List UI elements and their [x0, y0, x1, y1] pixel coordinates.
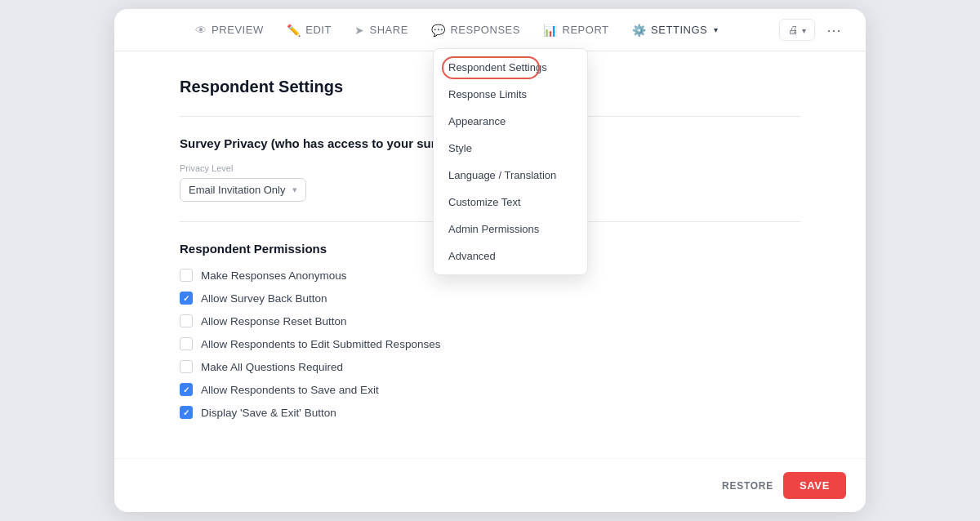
dropdown-label-language: Language / Translation — [448, 169, 556, 181]
dropdown-item-admin-permissions[interactable]: Admin Permissions — [434, 216, 587, 243]
dropdown-item-respondent-settings[interactable]: Respondent Settings — [434, 54, 587, 81]
nav-item-edit[interactable]: ✏️ EDIT — [277, 17, 341, 43]
dropdown-item-style[interactable]: Style — [434, 135, 587, 162]
permission-item-save-exit: Allow Respondents to Save and Exit — [180, 383, 800, 396]
print-button[interactable]: 🖨 ▾ — [779, 19, 815, 41]
nav-item-preview[interactable]: 👁 PREVIEW — [185, 17, 274, 43]
permission-item-required: Make All Questions Required — [180, 360, 800, 373]
nav-items: 👁 PREVIEW ✏️ EDIT ➤ SHARE 💬 RESPONSES 📊 … — [134, 17, 779, 43]
nav-item-settings[interactable]: ⚙️ SETTINGS ▾ — [622, 17, 728, 43]
nav-label-settings: SETTINGS — [651, 24, 707, 36]
dropdown-label-customize-text: Customize Text — [448, 196, 521, 208]
edit-icon: ✏️ — [287, 24, 301, 37]
checkbox-edit-submitted[interactable] — [180, 337, 193, 350]
dropdown-label-response-limits: Response Limits — [448, 88, 527, 100]
nav-right: 🖨 ▾ ⋯ — [779, 18, 846, 42]
dropdown-label-admin-permissions: Admin Permissions — [448, 223, 539, 235]
nav-label-preview: PREVIEW — [212, 24, 264, 36]
privacy-select-caret-icon: ▾ — [292, 185, 297, 195]
checkbox-required[interactable] — [180, 360, 193, 373]
nav-item-responses[interactable]: 💬 RESPONSES — [421, 17, 530, 43]
permission-label-required: Make All Questions Required — [201, 361, 343, 373]
save-button[interactable]: SAVE — [783, 472, 846, 499]
dropdown-label-respondent-settings: Respondent Settings — [448, 61, 547, 73]
permission-item-reset-button: Allow Response Reset Button — [180, 314, 800, 327]
permission-label-back-button: Allow Survey Back Button — [201, 292, 327, 305]
preview-icon: 👁 — [195, 24, 207, 37]
permission-label-display-save-exit: Display 'Save & Exit' Button — [201, 407, 336, 419]
share-icon: ➤ — [354, 24, 365, 37]
permission-item-display-save-exit: Display 'Save & Exit' Button — [180, 406, 800, 419]
permission-label-anonymous: Make Responses Anonymous — [201, 269, 347, 282]
dropdown-label-appearance: Appearance — [448, 115, 506, 127]
nav-label-responses: RESPONSES — [450, 24, 520, 36]
dropdown-label-advanced: Advanced — [448, 250, 496, 262]
permission-label-save-exit: Allow Respondents to Save and Exit — [201, 384, 379, 396]
nav-label-edit: EDIT — [305, 24, 332, 36]
checkbox-back-button[interactable] — [180, 292, 193, 305]
dropdown-item-appearance[interactable]: Appearance — [434, 108, 587, 135]
dropdown-item-language[interactable]: Language / Translation — [434, 162, 587, 189]
print-icon: 🖨 — [788, 24, 799, 36]
dropdown-item-customize-text[interactable]: Customize Text — [434, 189, 587, 216]
print-caret-icon: ▾ — [802, 26, 806, 35]
report-icon: 📊 — [543, 24, 558, 37]
checkbox-display-save-exit[interactable] — [180, 406, 193, 419]
nav-label-report: REPORT — [563, 24, 609, 36]
top-nav: 👁 PREVIEW ✏️ EDIT ➤ SHARE 💬 RESPONSES 📊 … — [114, 9, 866, 51]
checkbox-save-exit[interactable] — [180, 383, 193, 396]
footer: RESTORE SAVE — [114, 458, 866, 512]
permission-item-back-button: Allow Survey Back Button — [180, 292, 800, 305]
privacy-select[interactable]: Email Invitation Only ▾ — [180, 178, 306, 202]
nav-item-share[interactable]: ➤ SHARE — [345, 17, 418, 43]
settings-caret-icon: ▾ — [714, 25, 719, 34]
nav-label-share: SHARE — [369, 24, 408, 36]
settings-icon: ⚙️ — [632, 24, 647, 37]
permissions-list: Make Responses Anonymous Allow Survey Ba… — [180, 269, 800, 419]
dropdown-item-advanced[interactable]: Advanced — [434, 243, 587, 269]
responses-icon: 💬 — [431, 24, 446, 37]
dropdown-label-style: Style — [448, 142, 472, 154]
privacy-select-value: Email Invitation Only — [189, 184, 286, 196]
permission-label-reset-button: Allow Response Reset Button — [201, 315, 347, 327]
nav-item-report[interactable]: 📊 REPORT — [533, 17, 619, 43]
restore-button[interactable]: RESTORE — [722, 480, 773, 492]
permission-item-edit-submitted: Allow Respondents to Edit Submitted Resp… — [180, 337, 800, 350]
more-dots-icon: ⋯ — [826, 22, 841, 38]
permission-label-edit-submitted: Allow Respondents to Edit Submitted Resp… — [201, 338, 440, 350]
app-window: 👁 PREVIEW ✏️ EDIT ➤ SHARE 💬 RESPONSES 📊 … — [114, 9, 866, 512]
checkbox-anonymous[interactable] — [180, 269, 193, 282]
dropdown-item-response-limits[interactable]: Response Limits — [434, 81, 587, 108]
settings-dropdown: Respondent Settings Response Limits Appe… — [433, 48, 588, 275]
more-options-button[interactable]: ⋯ — [822, 18, 846, 42]
checkbox-reset-button[interactable] — [180, 314, 193, 327]
